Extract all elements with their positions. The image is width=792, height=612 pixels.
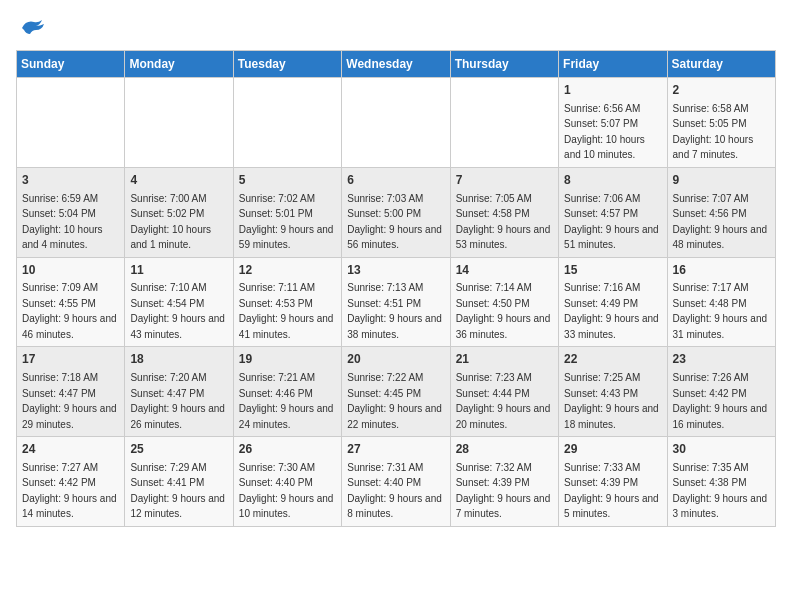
calendar-cell: 10Sunrise: 7:09 AM Sunset: 4:55 PM Dayli… [17, 257, 125, 347]
day-number: 4 [130, 172, 227, 189]
day-number: 9 [673, 172, 770, 189]
calendar-cell: 18Sunrise: 7:20 AM Sunset: 4:47 PM Dayli… [125, 347, 233, 437]
weekday-header-monday: Monday [125, 51, 233, 78]
day-number: 28 [456, 441, 553, 458]
calendar-cell: 16Sunrise: 7:17 AM Sunset: 4:48 PM Dayli… [667, 257, 775, 347]
day-info: Sunrise: 7:35 AM Sunset: 4:38 PM Dayligh… [673, 462, 768, 520]
calendar-cell: 26Sunrise: 7:30 AM Sunset: 4:40 PM Dayli… [233, 437, 341, 527]
calendar-cell: 30Sunrise: 7:35 AM Sunset: 4:38 PM Dayli… [667, 437, 775, 527]
calendar-week-2: 3Sunrise: 6:59 AM Sunset: 5:04 PM Daylig… [17, 167, 776, 257]
day-info: Sunrise: 7:22 AM Sunset: 4:45 PM Dayligh… [347, 372, 442, 430]
day-number: 25 [130, 441, 227, 458]
day-number: 15 [564, 262, 661, 279]
calendar-cell: 1Sunrise: 6:56 AM Sunset: 5:07 PM Daylig… [559, 78, 667, 168]
day-number: 2 [673, 82, 770, 99]
calendar-header: SundayMondayTuesdayWednesdayThursdayFrid… [17, 51, 776, 78]
calendar-week-5: 24Sunrise: 7:27 AM Sunset: 4:42 PM Dayli… [17, 437, 776, 527]
calendar-cell: 3Sunrise: 6:59 AM Sunset: 5:04 PM Daylig… [17, 167, 125, 257]
day-info: Sunrise: 7:09 AM Sunset: 4:55 PM Dayligh… [22, 282, 117, 340]
day-info: Sunrise: 7:25 AM Sunset: 4:43 PM Dayligh… [564, 372, 659, 430]
day-info: Sunrise: 7:17 AM Sunset: 4:48 PM Dayligh… [673, 282, 768, 340]
calendar-cell: 24Sunrise: 7:27 AM Sunset: 4:42 PM Dayli… [17, 437, 125, 527]
calendar-cell: 4Sunrise: 7:00 AM Sunset: 5:02 PM Daylig… [125, 167, 233, 257]
weekday-header-thursday: Thursday [450, 51, 558, 78]
day-info: Sunrise: 7:21 AM Sunset: 4:46 PM Dayligh… [239, 372, 334, 430]
day-info: Sunrise: 7:33 AM Sunset: 4:39 PM Dayligh… [564, 462, 659, 520]
day-info: Sunrise: 7:18 AM Sunset: 4:47 PM Dayligh… [22, 372, 117, 430]
day-info: Sunrise: 7:30 AM Sunset: 4:40 PM Dayligh… [239, 462, 334, 520]
day-info: Sunrise: 7:03 AM Sunset: 5:00 PM Dayligh… [347, 193, 442, 251]
calendar-cell: 21Sunrise: 7:23 AM Sunset: 4:44 PM Dayli… [450, 347, 558, 437]
day-number: 12 [239, 262, 336, 279]
weekday-header-saturday: Saturday [667, 51, 775, 78]
calendar-cell: 8Sunrise: 7:06 AM Sunset: 4:57 PM Daylig… [559, 167, 667, 257]
day-number: 30 [673, 441, 770, 458]
day-info: Sunrise: 7:06 AM Sunset: 4:57 PM Dayligh… [564, 193, 659, 251]
day-info: Sunrise: 7:23 AM Sunset: 4:44 PM Dayligh… [456, 372, 551, 430]
day-number: 20 [347, 351, 444, 368]
calendar-cell: 9Sunrise: 7:07 AM Sunset: 4:56 PM Daylig… [667, 167, 775, 257]
page-header [16, 16, 776, 38]
weekday-header-sunday: Sunday [17, 51, 125, 78]
calendar-cell: 14Sunrise: 7:14 AM Sunset: 4:50 PM Dayli… [450, 257, 558, 347]
day-info: Sunrise: 7:13 AM Sunset: 4:51 PM Dayligh… [347, 282, 442, 340]
logo [16, 16, 46, 38]
calendar-cell: 13Sunrise: 7:13 AM Sunset: 4:51 PM Dayli… [342, 257, 450, 347]
day-number: 6 [347, 172, 444, 189]
day-info: Sunrise: 7:11 AM Sunset: 4:53 PM Dayligh… [239, 282, 334, 340]
day-info: Sunrise: 7:05 AM Sunset: 4:58 PM Dayligh… [456, 193, 551, 251]
weekday-header-wednesday: Wednesday [342, 51, 450, 78]
day-number: 26 [239, 441, 336, 458]
calendar-cell: 5Sunrise: 7:02 AM Sunset: 5:01 PM Daylig… [233, 167, 341, 257]
day-number: 22 [564, 351, 661, 368]
calendar-cell: 25Sunrise: 7:29 AM Sunset: 4:41 PM Dayli… [125, 437, 233, 527]
day-number: 19 [239, 351, 336, 368]
day-info: Sunrise: 7:27 AM Sunset: 4:42 PM Dayligh… [22, 462, 117, 520]
calendar-cell: 22Sunrise: 7:25 AM Sunset: 4:43 PM Dayli… [559, 347, 667, 437]
day-number: 8 [564, 172, 661, 189]
calendar-week-4: 17Sunrise: 7:18 AM Sunset: 4:47 PM Dayli… [17, 347, 776, 437]
day-info: Sunrise: 7:07 AM Sunset: 4:56 PM Dayligh… [673, 193, 768, 251]
day-info: Sunrise: 7:10 AM Sunset: 4:54 PM Dayligh… [130, 282, 225, 340]
calendar-week-3: 10Sunrise: 7:09 AM Sunset: 4:55 PM Dayli… [17, 257, 776, 347]
day-info: Sunrise: 7:20 AM Sunset: 4:47 PM Dayligh… [130, 372, 225, 430]
day-number: 23 [673, 351, 770, 368]
day-number: 5 [239, 172, 336, 189]
day-number: 10 [22, 262, 119, 279]
calendar-cell: 29Sunrise: 7:33 AM Sunset: 4:39 PM Dayli… [559, 437, 667, 527]
day-number: 13 [347, 262, 444, 279]
day-info: Sunrise: 7:00 AM Sunset: 5:02 PM Dayligh… [130, 193, 211, 251]
day-info: Sunrise: 7:32 AM Sunset: 4:39 PM Dayligh… [456, 462, 551, 520]
calendar-cell: 12Sunrise: 7:11 AM Sunset: 4:53 PM Dayli… [233, 257, 341, 347]
day-number: 24 [22, 441, 119, 458]
day-number: 1 [564, 82, 661, 99]
day-info: Sunrise: 7:02 AM Sunset: 5:01 PM Dayligh… [239, 193, 334, 251]
day-info: Sunrise: 6:56 AM Sunset: 5:07 PM Dayligh… [564, 103, 645, 161]
weekday-header-row: SundayMondayTuesdayWednesdayThursdayFrid… [17, 51, 776, 78]
calendar-cell: 15Sunrise: 7:16 AM Sunset: 4:49 PM Dayli… [559, 257, 667, 347]
day-info: Sunrise: 7:29 AM Sunset: 4:41 PM Dayligh… [130, 462, 225, 520]
day-info: Sunrise: 7:31 AM Sunset: 4:40 PM Dayligh… [347, 462, 442, 520]
calendar-cell [450, 78, 558, 168]
day-info: Sunrise: 6:59 AM Sunset: 5:04 PM Dayligh… [22, 193, 103, 251]
calendar-cell: 6Sunrise: 7:03 AM Sunset: 5:00 PM Daylig… [342, 167, 450, 257]
day-number: 21 [456, 351, 553, 368]
logo-bird-icon [18, 16, 46, 38]
calendar-table: SundayMondayTuesdayWednesdayThursdayFrid… [16, 50, 776, 527]
calendar-cell [125, 78, 233, 168]
calendar-cell: 17Sunrise: 7:18 AM Sunset: 4:47 PM Dayli… [17, 347, 125, 437]
calendar-cell: 27Sunrise: 7:31 AM Sunset: 4:40 PM Dayli… [342, 437, 450, 527]
day-number: 27 [347, 441, 444, 458]
day-info: Sunrise: 7:16 AM Sunset: 4:49 PM Dayligh… [564, 282, 659, 340]
weekday-header-tuesday: Tuesday [233, 51, 341, 78]
calendar-body: 1Sunrise: 6:56 AM Sunset: 5:07 PM Daylig… [17, 78, 776, 527]
day-number: 3 [22, 172, 119, 189]
day-number: 7 [456, 172, 553, 189]
calendar-cell: 7Sunrise: 7:05 AM Sunset: 4:58 PM Daylig… [450, 167, 558, 257]
calendar-cell: 23Sunrise: 7:26 AM Sunset: 4:42 PM Dayli… [667, 347, 775, 437]
weekday-header-friday: Friday [559, 51, 667, 78]
calendar-cell: 2Sunrise: 6:58 AM Sunset: 5:05 PM Daylig… [667, 78, 775, 168]
day-number: 14 [456, 262, 553, 279]
calendar-week-1: 1Sunrise: 6:56 AM Sunset: 5:07 PM Daylig… [17, 78, 776, 168]
calendar-cell: 11Sunrise: 7:10 AM Sunset: 4:54 PM Dayli… [125, 257, 233, 347]
